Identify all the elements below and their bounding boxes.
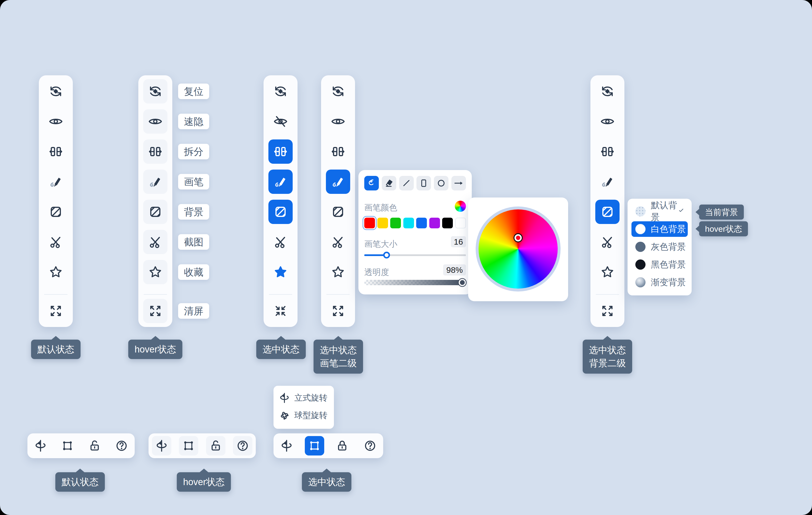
- color-wheel-icon[interactable]: [455, 201, 466, 212]
- rotation-option-label: 球型旋转: [294, 410, 327, 421]
- brush-size-slider[interactable]: [364, 254, 466, 256]
- toolbar-button-scissors[interactable]: [268, 230, 293, 254]
- toolbar-button-axis-rotate[interactable]: [152, 436, 171, 456]
- toolbar-button-help[interactable]: [360, 436, 380, 456]
- toolbar-button-star[interactable]: [326, 260, 350, 284]
- tooltip-arrow-left: [696, 225, 699, 232]
- opacity-value[interactable]: 98%: [443, 264, 466, 275]
- toolbar-button-eye-off[interactable]: [268, 109, 293, 134]
- toolbar-button-brush[interactable]: [268, 169, 293, 194]
- tool-rect[interactable]: [416, 176, 431, 190]
- bg-option-dotted[interactable]: 默认背景: [632, 204, 688, 219]
- tooltip-arrow-up: [199, 469, 208, 472]
- toolbar-button-reset[interactable]: [595, 79, 619, 104]
- toolbar-button-transform[interactable]: [58, 436, 77, 456]
- color-swatch[interactable]: [403, 218, 414, 228]
- toolbar-button-reset[interactable]: [326, 79, 350, 104]
- bg-option-black[interactable]: 黑色背景: [632, 257, 688, 272]
- opacity-slider-knob[interactable]: [459, 279, 466, 286]
- state-tooltip: 选中状态画笔二级: [314, 340, 363, 374]
- toolbar-button-background[interactable]: [44, 200, 68, 224]
- color-swatch[interactable]: [364, 218, 375, 228]
- toolbar-button-axis-rotate[interactable]: [277, 436, 296, 456]
- action-label: 复位: [178, 84, 209, 99]
- toolbar-button-lock-closed[interactable]: [332, 436, 352, 456]
- brush-icon: [273, 175, 288, 189]
- toolbar-button-background[interactable]: [143, 200, 168, 224]
- state-tooltip: 选中状态: [256, 340, 306, 359]
- toolbar-button-reset[interactable]: [44, 79, 68, 104]
- bg-option-label: 黑色背景: [651, 259, 686, 271]
- toolbar-button-eye[interactable]: [595, 109, 619, 134]
- toolbar-button-scissors[interactable]: [595, 230, 619, 254]
- toolbar-button-expand[interactable]: [595, 299, 619, 323]
- toolbar-button-split[interactable]: [326, 139, 350, 164]
- toolbar-button-background[interactable]: [595, 200, 619, 224]
- color-wheel[interactable]: [476, 207, 560, 292]
- toolbar-button-axis-rotate[interactable]: [31, 436, 50, 456]
- toolbar-button-brush[interactable]: [143, 169, 168, 194]
- toolbar-button-lock-open[interactable]: [85, 436, 104, 456]
- color-swatch[interactable]: [416, 218, 427, 228]
- toolbar-button-expand[interactable]: [326, 299, 350, 323]
- tool-arrow[interactable]: [452, 176, 466, 190]
- toolbar-button-eye[interactable]: [326, 109, 350, 134]
- color-wheel-marker[interactable]: [515, 234, 522, 241]
- tool-scribble[interactable]: [364, 176, 379, 190]
- tool-ellipse[interactable]: [434, 176, 448, 190]
- divider: [596, 294, 619, 295]
- color-swatch[interactable]: [455, 218, 466, 228]
- toolbar-button-background[interactable]: [326, 200, 350, 224]
- bg-option-white[interactable]: 白色背景: [632, 221, 688, 237]
- toolbar-button-transform[interactable]: [179, 436, 198, 456]
- color-swatch[interactable]: [390, 218, 401, 228]
- brush-size-value[interactable]: 16: [451, 236, 466, 247]
- action-label: 速隐: [178, 114, 209, 129]
- toolbar-button-expand[interactable]: [143, 299, 168, 323]
- color-swatch[interactable]: [442, 218, 453, 228]
- toolbar-button-help[interactable]: [112, 436, 131, 456]
- toolbar-button-split[interactable]: [44, 139, 68, 164]
- action-label: 背景: [178, 204, 209, 220]
- toolbar-button-collapse[interactable]: [268, 299, 293, 323]
- dropdown-tooltip: hover状态: [699, 221, 748, 236]
- tool-eraser[interactable]: [382, 176, 396, 190]
- bg-option-grad[interactable]: 渐变背景: [632, 274, 688, 290]
- tooltip-arrow-left: [696, 209, 699, 215]
- toolbar-button-brush[interactable]: [44, 169, 68, 194]
- lock-closed-icon: [336, 439, 349, 452]
- brush-size-slider-knob[interactable]: [383, 252, 390, 259]
- rotation-option-axis-rotate[interactable]: 立式旋转: [279, 391, 327, 405]
- opacity-slider[interactable]: [364, 280, 466, 285]
- toolbar-button-split[interactable]: [143, 139, 168, 164]
- toolbar-button-help[interactable]: [233, 436, 252, 456]
- toolbar-button-star[interactable]: [143, 260, 168, 284]
- toolbar-button-transform[interactable]: [305, 436, 324, 456]
- toolbar-button-eye[interactable]: [44, 109, 68, 134]
- toolbar-button-lock-open[interactable]: [206, 436, 226, 456]
- toolbar-button-background[interactable]: [268, 200, 293, 224]
- help-icon: [115, 439, 128, 452]
- toolbar-button-star[interactable]: [595, 260, 619, 284]
- help-icon: [364, 439, 377, 452]
- color-swatch[interactable]: [429, 218, 440, 228]
- reset-icon: [600, 84, 614, 99]
- toolbar-button-brush[interactable]: [595, 169, 619, 194]
- toolbar-button-scissors[interactable]: [326, 230, 350, 254]
- toolbar-button-scissors[interactable]: [143, 230, 168, 254]
- bg-option-gray[interactable]: 灰色背景: [632, 239, 688, 254]
- toolbar-button-split[interactable]: [268, 139, 293, 164]
- toolbar-button-star[interactable]: [268, 260, 293, 284]
- toolbar-button-reset[interactable]: [268, 79, 293, 104]
- toolbar-button-reset[interactable]: [143, 79, 168, 104]
- toolbar-button-star[interactable]: [44, 260, 68, 284]
- toolbar-button-expand[interactable]: [44, 299, 68, 323]
- color-swatch[interactable]: [377, 218, 388, 228]
- toolbar-button-scissors[interactable]: [44, 230, 68, 254]
- action-label: 拆分: [178, 144, 209, 159]
- toolbar-button-eye[interactable]: [143, 109, 168, 134]
- toolbar-button-split[interactable]: [595, 139, 619, 164]
- rotation-option-orbit-rotate[interactable]: 球型旋转: [279, 409, 327, 422]
- toolbar-button-brush[interactable]: [326, 169, 350, 194]
- tool-line[interactable]: [399, 176, 414, 190]
